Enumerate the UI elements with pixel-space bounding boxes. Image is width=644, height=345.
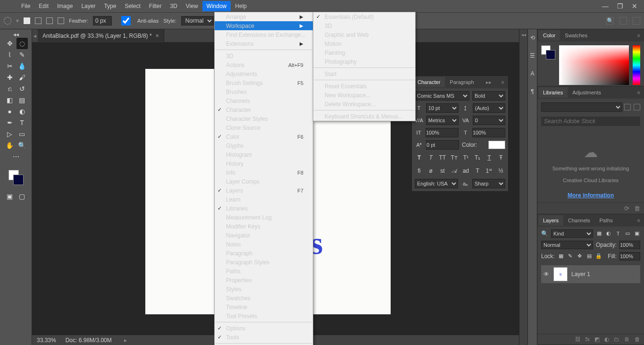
language-select[interactable]: English: USA: [415, 179, 458, 188]
quick-select-tool[interactable]: ✎: [17, 49, 28, 60]
lock-trans-icon[interactable]: ▦: [558, 253, 564, 260]
antialias-select[interactable]: Sharp: [472, 179, 505, 188]
hscale-input[interactable]: [472, 128, 505, 137]
bold-icon[interactable]: T: [416, 154, 423, 161]
tabular-icon[interactable]: ½: [497, 168, 504, 174]
filter-smart-icon[interactable]: ▣: [634, 230, 640, 237]
filter-shape-icon[interactable]: ▭: [624, 230, 631, 237]
menu-item-glyphs[interactable]: Glyphs: [215, 141, 313, 150]
italic-icon[interactable]: T: [427, 154, 435, 161]
delete-layer-icon[interactable]: 🗑: [635, 336, 640, 343]
menu-item-photography[interactable]: Photography: [313, 57, 415, 66]
opacity-input[interactable]: [619, 241, 640, 249]
menu-item-actions[interactable]: ActionsAlt+F9: [215, 60, 313, 69]
history-brush-tool[interactable]: ↺: [17, 83, 28, 94]
type-tool[interactable]: T: [17, 117, 28, 128]
toolbox-collapse[interactable]: ◂◂: [13, 31, 19, 38]
lock-paint-icon[interactable]: ✎: [567, 253, 574, 260]
more-info-link[interactable]: More information: [568, 192, 614, 199]
character-panel-icon[interactable]: A: [529, 70, 536, 77]
menu-item-3d[interactable]: 3D: [215, 51, 313, 60]
eraser-tool[interactable]: ◧: [4, 94, 16, 106]
paragraph-panel-icon[interactable]: ¶: [529, 88, 536, 95]
superscript-icon[interactable]: T¹: [462, 154, 469, 161]
menu-view[interactable]: View: [182, 1, 202, 11]
titling-icon[interactable]: ad: [462, 168, 469, 174]
font-weight-select[interactable]: Bold: [472, 91, 505, 101]
kerning-select[interactable]: Metrics: [426, 116, 459, 125]
menu-item-layer-comps[interactable]: Layer Comps: [215, 177, 313, 186]
library-select[interactable]: [541, 102, 622, 112]
layers-panel-menu[interactable]: ≡: [635, 218, 643, 223]
ordinals-icon[interactable]: ø: [427, 168, 435, 174]
dock-expand-icon[interactable]: ◂◂: [521, 32, 526, 37]
new-selection-icon[interactable]: [24, 17, 30, 24]
character-panel-menu[interactable]: ≡: [499, 79, 507, 85]
menu-item-properties[interactable]: Properties: [215, 276, 313, 285]
character-collapse-icon[interactable]: ▸▸: [483, 79, 494, 85]
tab-layers[interactable]: Layers: [538, 215, 563, 226]
doc-size-readout[interactable]: Doc: 6.98M/3.00M: [66, 337, 112, 344]
filter-adjust-icon[interactable]: ◐: [605, 230, 612, 237]
menu-item-painting[interactable]: Painting: [313, 48, 415, 57]
color-field[interactable]: [559, 45, 629, 85]
menu-image[interactable]: Image: [53, 1, 77, 11]
menu-layer[interactable]: Layer: [77, 1, 100, 11]
menu-item-notes[interactable]: Notes: [215, 240, 313, 249]
lib-grid-icon[interactable]: [624, 104, 631, 110]
layer-visibility-icon[interactable]: 👁: [543, 271, 550, 278]
menu-item-history[interactable]: History: [215, 159, 313, 168]
menu-item-motion[interactable]: Motion: [313, 39, 415, 48]
hand-tool[interactable]: ✋: [4, 140, 16, 151]
menu-item-brush-settings[interactable]: Brush SettingsF5: [215, 78, 313, 87]
menu-item-brushes[interactable]: Brushes: [215, 87, 313, 96]
fi-ligature-icon[interactable]: fi: [416, 168, 423, 174]
shape-tool[interactable]: ▭: [17, 128, 28, 140]
filter-kind-icon[interactable]: 🔍: [541, 230, 548, 237]
arrange-docs-icon[interactable]: [619, 17, 627, 25]
menu-item-channels[interactable]: Channels: [215, 96, 313, 105]
link-layers-icon[interactable]: ⛓: [575, 336, 581, 343]
menu-item-paragraph-styles[interactable]: Paragraph Styles: [215, 258, 313, 267]
menu-item-find-extensions-on-exchange-[interactable]: Find Extensions on Exchange...: [215, 30, 313, 39]
tab-adjustments[interactable]: Adjustments: [568, 87, 606, 98]
history-panel-icon[interactable]: ⟲: [529, 34, 536, 42]
oldstyle-icon[interactable]: 1ˢᵗ: [486, 168, 493, 174]
filter-type-icon[interactable]: T: [615, 230, 621, 237]
marquee-tool-icon[interactable]: [4, 17, 11, 25]
lib-sync-icon[interactable]: ⟳: [624, 205, 629, 212]
lock-all-icon[interactable]: 🔒: [595, 253, 602, 260]
swash-icon[interactable]: 𝒜: [451, 168, 458, 174]
tab-libraries[interactable]: Libraries: [538, 87, 568, 98]
library-search-input[interactable]: [541, 117, 640, 126]
close-button[interactable]: ✕: [632, 2, 637, 10]
document-tab-close[interactable]: ×: [156, 33, 159, 39]
menu-item-arrange[interactable]: Arrange▶: [215, 12, 313, 21]
zoom-readout[interactable]: 33.33%: [37, 337, 56, 344]
menu-item-timeline[interactable]: Timeline: [215, 303, 313, 311]
window-menu[interactable]: Arrange▶Workspace▶Find Extensions on Exc…: [214, 12, 313, 345]
tab-paths[interactable]: Paths: [595, 215, 618, 226]
menu-item-keyboard-shortcuts-menus-[interactable]: Keyboard Shortcuts & Menus...: [313, 112, 415, 121]
menu-3d[interactable]: 3D: [166, 1, 181, 11]
menu-item-clone-source[interactable]: Clone Source: [215, 123, 313, 132]
blur-tool[interactable]: ●: [4, 106, 16, 117]
menu-item-new-workspace-[interactable]: New Workspace...: [313, 91, 415, 100]
menu-item-color[interactable]: ✓ColorF6: [215, 132, 313, 141]
color-swatch[interactable]: [541, 45, 555, 59]
share-icon[interactable]: [633, 17, 640, 25]
menu-item-reset-essentials[interactable]: Reset Essentials: [313, 82, 415, 91]
menu-item-workspace[interactable]: Workspace▶: [215, 21, 313, 30]
heal-tool[interactable]: ✚: [4, 72, 16, 83]
menu-edit[interactable]: Edit: [34, 1, 53, 11]
smallcaps-icon[interactable]: Tᴛ: [451, 154, 458, 161]
layer-name[interactable]: Layer 1: [571, 271, 590, 278]
menu-window[interactable]: Window: [202, 1, 231, 11]
workspace-submenu[interactable]: ✓Essentials (Default)3DGraphic and WebMo…: [313, 12, 416, 121]
libraries-panel-menu[interactable]: ≡: [635, 90, 643, 95]
menu-type[interactable]: Type: [100, 1, 120, 11]
marquee-tool[interactable]: ◌: [17, 38, 28, 49]
tab-channels[interactable]: Channels: [563, 215, 594, 226]
tab-character[interactable]: Character: [413, 77, 445, 87]
stamp-tool[interactable]: ⎌: [4, 83, 16, 94]
